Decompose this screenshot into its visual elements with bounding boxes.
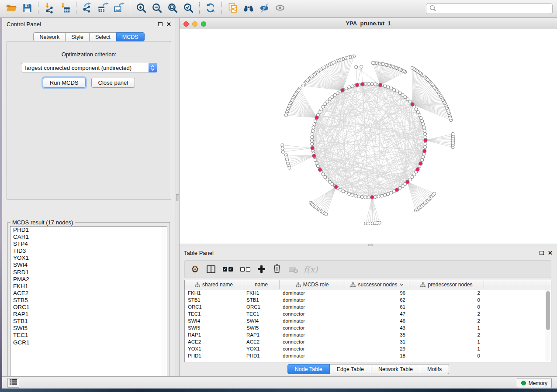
deselect-all-button[interactable] <box>240 267 250 272</box>
result-list-item[interactable]: SWI4 <box>10 261 167 268</box>
clear-table-button[interactable]: x <box>289 267 296 272</box>
vertical-splitter[interactable] <box>176 18 180 376</box>
search-input[interactable] <box>436 6 550 12</box>
table-cell: connector <box>280 339 345 344</box>
table-settings-button[interactable]: ⚙ <box>191 265 199 274</box>
apply-layout-button[interactable] <box>203 1 218 16</box>
search-box[interactable] <box>426 3 553 14</box>
result-list-item[interactable]: YOX1 <box>10 254 167 261</box>
table-cell: SWI4 <box>185 318 243 323</box>
node-table[interactable]: shared namenameMCDS rolesuccessor nodesp… <box>184 280 551 362</box>
tab-node-table[interactable]: Node Table <box>287 364 330 374</box>
table-cell: 96 <box>345 290 409 296</box>
optimization-select[interactable]: largest connected component (undirected) <box>21 63 157 72</box>
table-row[interactable]: ORC1ORC1dominator610 <box>185 303 551 310</box>
window-zoom-traffic-light[interactable] <box>201 21 206 27</box>
window-close-traffic-light[interactable] <box>183 21 189 27</box>
result-scrollbar[interactable] <box>161 227 167 381</box>
scrollbar-thumb[interactable] <box>546 291 550 330</box>
tab-edge-table[interactable]: Edge Table <box>329 364 371 374</box>
import-network-button[interactable] <box>42 1 57 16</box>
zoom-selected-button[interactable] <box>180 1 196 16</box>
float-panel-icon[interactable] <box>540 251 544 255</box>
mcds-result-list[interactable]: PHD1CAR1STP4TID3YOX1SWI4SRD1PMA2FKH1ACE2… <box>10 226 167 382</box>
find-button[interactable] <box>241 1 256 16</box>
column-header-shared-name[interactable]: shared name <box>185 280 243 289</box>
eye-slash-icon <box>259 2 270 15</box>
close-panel-icon[interactable]: ✕ <box>166 21 171 27</box>
column-header-MCDS-role[interactable]: MCDS role <box>280 280 345 289</box>
table-row[interactable]: FKH1FKH1dominator962 <box>185 289 551 296</box>
column-header-name[interactable]: name <box>243 280 280 289</box>
network-window-titlebar[interactable]: YPA_prune.txt_1 <box>180 18 557 29</box>
result-list-item[interactable]: PMA2 <box>10 276 167 283</box>
run-mcds-button[interactable]: Run MCDS <box>43 78 86 88</box>
table-row[interactable]: RAP1RAP1dominator352 <box>185 331 551 338</box>
import-table-button[interactable] <box>57 1 73 16</box>
toggle-columns-button[interactable] <box>207 265 215 273</box>
table-row[interactable]: STB1STB1dominator620 <box>185 296 551 303</box>
table-row[interactable]: SWI5SWI5connector431 <box>185 324 551 331</box>
table-cell: dominator <box>280 353 345 358</box>
table-cell: 62 <box>345 297 409 303</box>
select-all-button[interactable]: ✓✓ <box>223 267 233 272</box>
result-list-item[interactable]: ORC1 <box>10 304 167 311</box>
result-list-item[interactable]: STB5 <box>10 297 167 304</box>
result-list-item[interactable]: SWI5 <box>10 325 167 332</box>
network-graph[interactable] <box>180 29 557 244</box>
tab-select[interactable]: Select <box>89 32 117 41</box>
tab-network-table[interactable]: Network Table <box>371 364 420 374</box>
tab-mcds[interactable]: MCDS <box>116 32 145 41</box>
tab-motifs[interactable]: Motifs <box>420 364 449 374</box>
splitter-grip[interactable] <box>176 194 179 201</box>
result-list-item[interactable]: STP4 <box>10 241 167 248</box>
result-list-item[interactable]: SRD1 <box>10 269 167 276</box>
splitter-grip[interactable] <box>368 244 373 246</box>
result-list-item[interactable]: TID3 <box>10 248 167 254</box>
close-panel-button[interactable]: Close panel <box>91 78 135 88</box>
preview-button[interactable] <box>272 1 288 16</box>
function-builder-button[interactable]: f(x) <box>304 265 318 274</box>
export-network-button[interactable] <box>80 1 95 16</box>
result-list-item[interactable]: ACE2 <box>10 290 167 297</box>
result-list-item[interactable]: RAP1 <box>10 311 167 318</box>
task-history-button[interactable] <box>7 378 19 388</box>
export-table-button[interactable] <box>95 1 111 16</box>
table-cell: 2 <box>409 332 484 337</box>
zoom-in-button[interactable] <box>133 1 149 16</box>
delete-column-button[interactable] <box>273 264 281 275</box>
mcds-result-title: MCDS result (17 nodes) <box>10 219 75 226</box>
table-row[interactable]: PHD1PHD1dominator180 <box>185 352 551 359</box>
result-list-item[interactable]: STB1 <box>10 318 167 325</box>
show-hide-panels-button[interactable] <box>256 1 272 16</box>
window-minimize-traffic-light[interactable] <box>192 21 197 27</box>
save-session-button[interactable] <box>19 1 35 16</box>
table-row[interactable]: YOX1YOX1connector291 <box>185 345 551 352</box>
horizontal-splitter[interactable] <box>180 244 557 247</box>
column-label: successor nodes <box>358 282 397 288</box>
result-list-item[interactable]: TEC1 <box>10 332 167 339</box>
table-scrollbar[interactable] <box>545 290 551 362</box>
tab-network[interactable]: Network <box>33 32 66 41</box>
float-panel-icon[interactable] <box>158 22 163 26</box>
tab-style[interactable]: Style <box>65 32 90 41</box>
zoom-fit-button[interactable] <box>165 1 180 16</box>
clone-network-button[interactable] <box>225 1 241 16</box>
table-row[interactable]: SWI4SWI4dominator462 <box>185 317 551 324</box>
table-clear-icon: x <box>289 267 296 272</box>
table-row[interactable]: ACE2ACE2connector311 <box>185 338 551 345</box>
result-list-item[interactable]: FKH1 <box>10 283 167 290</box>
column-header-predecessor-nodes[interactable]: predecessor nodes <box>409 280 484 289</box>
open-session-button[interactable] <box>3 1 19 16</box>
close-panel-icon[interactable]: ✕ <box>548 250 553 256</box>
column-header-successor-nodes[interactable]: successor nodes <box>345 280 409 289</box>
add-column-button[interactable] <box>258 265 265 273</box>
result-list-item[interactable]: GCR1 <box>10 339 167 346</box>
export-image-button[interactable] <box>111 1 127 16</box>
network-canvas[interactable] <box>180 29 557 244</box>
result-list-item[interactable]: CAR1 <box>10 234 167 241</box>
memory-button[interactable]: Memory <box>517 378 552 388</box>
zoom-out-button[interactable] <box>149 1 165 16</box>
result-list-item[interactable]: PHD1 <box>10 227 167 234</box>
table-row[interactable]: TEC1TEC1connector472 <box>185 310 551 317</box>
